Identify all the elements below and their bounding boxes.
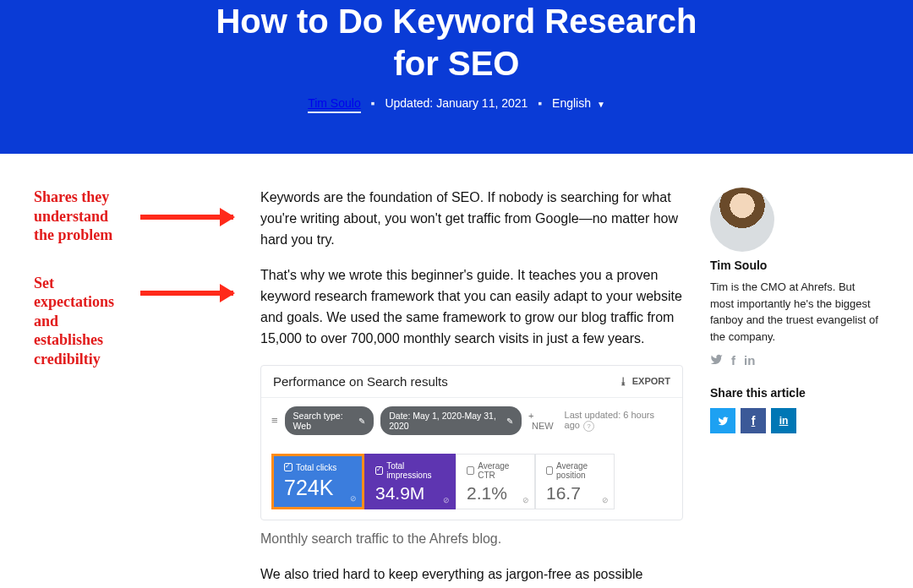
arrow-icon: [140, 291, 233, 296]
updated-date: Updated: January 11, 2021: [385, 96, 528, 110]
help-icon: ⊘: [602, 496, 609, 504]
metric-total-clicks[interactable]: Total clicks 724K ⊘: [271, 454, 364, 509]
annotation-1: Shares they understand the problem: [34, 188, 233, 245]
edit-icon: [358, 416, 365, 426]
share-buttons: f in: [710, 408, 879, 433]
checkbox-icon: [284, 463, 292, 471]
help-icon: ⊘: [350, 494, 357, 503]
date-chip[interactable]: Date: May 1, 2020-May 31, 2020: [380, 406, 522, 435]
title-line-2: for SEO: [394, 45, 520, 82]
chevron-down-icon: ▼: [597, 100, 605, 109]
add-filter-button[interactable]: + NEW: [528, 411, 557, 431]
author-sidebar: Tim Soulo Tim is the CMO at Ahrefs. But …: [710, 188, 879, 588]
twitter-icon[interactable]: [710, 353, 723, 368]
last-updated-label: Last updated: 6 hours ago: [565, 410, 672, 432]
checkbox-icon: [546, 466, 553, 475]
author-link[interactable]: Tim Soulo: [308, 96, 361, 113]
sc-title: Performance on Search results: [273, 374, 448, 389]
author-bio: Tim is the CMO at Ahrefs. But most impor…: [710, 279, 879, 345]
linkedin-icon[interactable]: in: [744, 353, 755, 368]
metric-average-position[interactable]: Average position 16.7 ⊘: [535, 454, 615, 509]
hero-meta: Tim Soulo ▪ Updated: January 11, 2021 ▪ …: [17, 96, 896, 110]
export-button[interactable]: ⭳ EXPORT: [619, 376, 670, 386]
share-facebook-button[interactable]: f: [741, 408, 766, 433]
impressions-value: 34.9M: [375, 483, 445, 504]
ctr-value: 2.1%: [467, 483, 524, 504]
help-icon: ⊘: [443, 496, 450, 504]
annotation-2-text: Set expectations and establishes credibi…: [34, 274, 140, 369]
sc-header: Performance on Search results ⭳ EXPORT: [261, 366, 682, 398]
filter-icon[interactable]: ≡: [271, 414, 278, 427]
avatar: [710, 188, 774, 252]
share-label: Share this article: [710, 386, 879, 400]
annotation-2: Set expectations and establishes credibi…: [34, 274, 233, 369]
language-dropdown[interactable]: English ▼: [552, 96, 605, 110]
edit-icon: [506, 416, 513, 426]
sc-filter-row: ≡ Search type: Web Date: May 1, 2020-May…: [261, 398, 682, 444]
title-line-1: How to Do Keyword Research: [216, 3, 697, 40]
clicks-value: 724K: [284, 476, 352, 500]
author-social-links: f in: [710, 353, 879, 368]
sc-metrics-row: Total clicks 724K ⊘ Total impressions 34…: [261, 444, 682, 520]
share-linkedin-button[interactable]: in: [771, 408, 796, 433]
intro-paragraph-2: That's why we wrote this beginner's guid…: [260, 265, 683, 349]
separator: ▪: [538, 96, 542, 110]
export-label: EXPORT: [632, 376, 670, 386]
intro-paragraph-1: Keywords are the foundation of SEO. If n…: [260, 188, 683, 250]
author-name: Tim Soulo: [710, 259, 879, 272]
arrow-icon: [140, 215, 233, 220]
search-console-card: Performance on Search results ⭳ EXPORT ≡…: [260, 365, 683, 520]
page-title: How to Do Keyword Research for SEO: [17, 0, 896, 84]
content-wrap: Shares they understand the problem Set e…: [34, 188, 879, 588]
share-twitter-button[interactable]: [710, 408, 735, 433]
image-caption: Monthly search traffic to the Ahrefs blo…: [260, 529, 683, 550]
separator: ▪: [371, 96, 375, 110]
article-body: Keywords are the foundation of SEO. If n…: [260, 188, 683, 588]
checkbox-icon: [375, 466, 383, 475]
checkbox-icon: [467, 466, 474, 475]
language-label: English: [552, 96, 591, 110]
facebook-icon[interactable]: f: [731, 353, 735, 368]
download-icon: ⭳: [619, 376, 628, 386]
annotation-1-text: Shares they understand the problem: [34, 188, 140, 245]
search-type-chip[interactable]: Search type: Web: [285, 406, 374, 435]
metric-average-ctr[interactable]: Average CTR 2.1% ⊘: [456, 454, 535, 509]
help-icon: ⊘: [522, 496, 529, 504]
body-paragraph-3: We also tried hard to keep everything as…: [260, 564, 683, 588]
metric-total-impressions[interactable]: Total impressions 34.9M ⊘: [364, 454, 456, 509]
annotations-column: Shares they understand the problem Set e…: [34, 188, 233, 588]
hero-header: How to Do Keyword Research for SEO Tim S…: [0, 0, 913, 154]
position-value: 16.7: [546, 483, 604, 504]
